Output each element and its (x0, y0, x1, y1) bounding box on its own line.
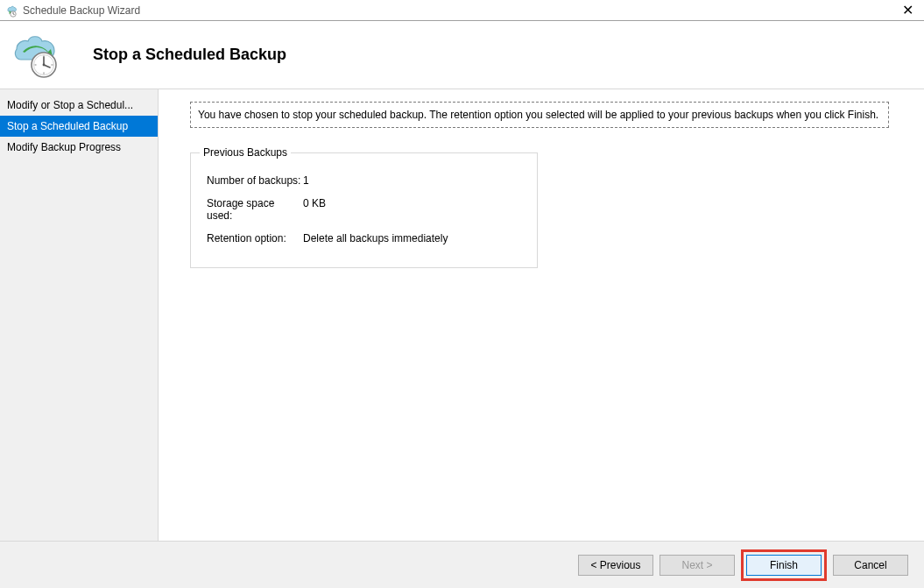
row-number-of-backups: Number of backups: 1 (207, 174, 521, 187)
titlebar: Schedule Backup Wizard ✕ (0, 0, 924, 21)
retention-option-label: Retention option: (207, 232, 303, 244)
wizard-step-stop-scheduled-backup[interactable]: Stop a Scheduled Backup (0, 116, 158, 137)
previous-backups-group: Previous Backups Number of backups: 1 St… (190, 152, 538, 268)
close-button[interactable]: ✕ (897, 4, 919, 18)
page-heading: Stop a Scheduled Backup (93, 46, 286, 64)
number-of-backups-value: 1 (303, 174, 309, 187)
retention-option-value: Delete all backups immediately (303, 232, 448, 244)
finish-button-highlight: Finish (741, 549, 827, 581)
wizard-body: Modify or Stop a Schedul... Stop a Sched… (0, 89, 924, 541)
app-icon (4, 4, 18, 18)
wizard-header: Stop a Scheduled Backup (0, 21, 924, 89)
info-message: You have chosen to stop your scheduled b… (190, 102, 889, 128)
wizard-footer: < Previous Next > Finish Cancel (0, 541, 924, 588)
row-storage-space-used: Storage space used: 0 KB (207, 197, 521, 222)
wizard-content: You have chosen to stop your scheduled b… (159, 89, 924, 541)
row-retention-option: Retention option: Delete all backups imm… (207, 232, 521, 244)
wizard-steps-sidebar: Modify or Stop a Schedul... Stop a Sched… (0, 89, 159, 541)
previous-button[interactable]: < Previous (578, 555, 653, 576)
previous-backups-legend: Previous Backups (200, 146, 291, 159)
finish-button[interactable]: Finish (746, 555, 822, 576)
next-button: Next > (659, 555, 735, 576)
storage-space-used-value: 0 KB (303, 197, 326, 222)
cancel-button[interactable]: Cancel (833, 555, 908, 576)
wizard-step-modify-backup-progress[interactable]: Modify Backup Progress (0, 137, 158, 158)
svg-line-2 (13, 14, 15, 15)
number-of-backups-label: Number of backups: (207, 174, 303, 187)
window-title: Schedule Backup Wizard (23, 4, 897, 17)
svg-point-7 (43, 63, 46, 66)
wizard-header-icon (7, 32, 65, 79)
wizard-step-modify-or-stop[interactable]: Modify or Stop a Schedul... (0, 95, 158, 116)
storage-space-used-label: Storage space used: (207, 197, 303, 222)
